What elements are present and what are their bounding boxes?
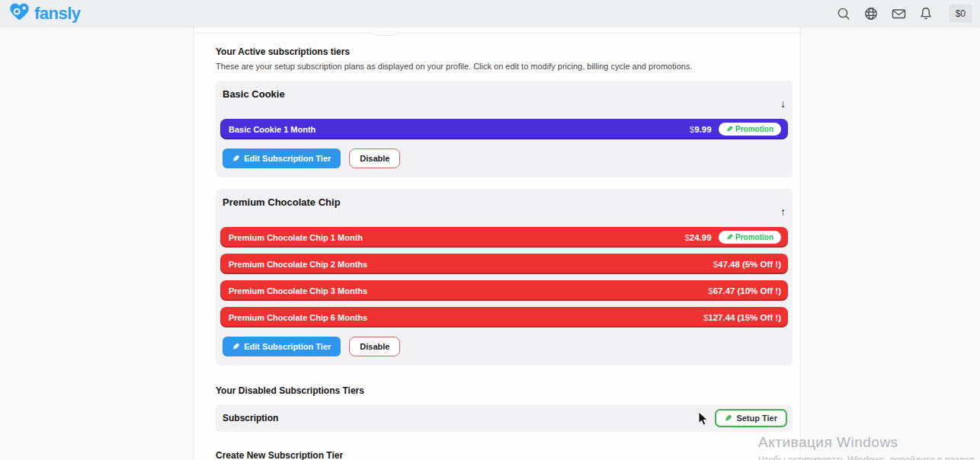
plan-label: Premium Chocolate Chip 3 Months [229,286,367,295]
edit-subscription-tier-button[interactable]: ✎ Edit Subscription Tier [223,149,341,168]
fansly-logo[interactable]: fansly [9,2,81,24]
right-gutter [800,27,980,460]
plan-label: Basic Cookie 1 Month [229,125,315,134]
brand-name: fansly [34,4,81,24]
setup-tier-button[interactable]: ✎ Setup Tier [715,409,787,427]
mail-icon[interactable] [892,6,906,21]
tier-card-basic-cookie: Basic Cookie ↓ Basic Cookie 1 Month $9.9… [216,81,793,177]
plan-bar: Premium Chocolate Chip 1 Month $24.99 ✎ … [220,227,788,248]
plan-bar: Premium Chocolate Chip 6 Months $127.44(… [220,307,788,327]
top-bar: fansly $0 [0,0,980,27]
discount-label: (10% Off !) [738,286,782,295]
disable-tier-button[interactable]: Disable [349,149,400,168]
plan-label: Premium Chocolate Chip 1 Month [229,233,363,242]
wallet-balance[interactable]: $0 [949,5,972,23]
disabled-tier-label: Subscription [223,413,278,423]
globe-icon[interactable] [864,6,879,21]
pencil-icon: ✎ [725,414,732,423]
plan-price: $9.99 [690,125,712,134]
promotion-button[interactable]: ✎ Promotion [719,231,781,244]
discount-label: (15% Off !) [738,313,782,322]
plan-bar: Basic Cookie 1 Month $9.99 ✎ Promotion [220,119,788,139]
pencil-icon: ✎ [232,155,239,163]
plan-label: Premium Chocolate Chip 6 Months [229,313,367,322]
tier-card-premium-chocolate-chip: Premium Chocolate Chip ↑ Premium Chocola… [216,189,793,366]
plan-label: Premium Chocolate Chip 2 Months [229,260,367,269]
pencil-icon: ✎ [726,234,732,241]
page: fansly $0 Your Active subscriptions tier… [0,0,980,460]
create-tier-title: Create New Subscription Tier [216,450,793,460]
plan-bar: Premium Chocolate Chip 2 Months $47.48(5… [220,254,788,274]
active-tiers-subtitle: These are your setup subscription plans … [216,62,793,71]
move-down-icon[interactable]: ↓ [780,98,786,109]
disabled-tier-row: Subscription ✎ Setup Tier [216,404,793,432]
header-actions: $0 [837,5,972,23]
left-gutter [0,27,194,460]
plan-price: $47.48(5% Off !) [713,260,781,269]
promotion-button[interactable]: ✎ Promotion [719,123,781,136]
move-up-icon[interactable]: ↑ [780,206,786,217]
fansly-heart-icon [9,2,30,24]
tier-name: Premium Chocolate Chip [223,196,788,208]
plan-price: $24.99 [684,233,711,242]
tier-name: Basic Cookie [223,88,788,100]
pencil-icon: ✎ [232,343,239,351]
promotion-label: Promotion [735,233,773,241]
edit-subscription-tier-button[interactable]: ✎ Edit Subscription Tier [223,337,341,356]
scroll-notch [371,31,399,36]
active-tiers-title: Your Active subscriptions tiers [216,46,793,57]
plan-price: $127.44(15% Off !) [703,313,781,322]
plan-price: $67.47(10% Off !) [708,286,781,295]
discount-label: (5% Off !) [742,260,781,269]
disable-tier-button[interactable]: Disable [349,337,400,356]
content-divider [195,33,800,34]
promotion-label: Promotion [735,125,773,133]
disabled-tiers-title: Your Disabled Subscriptions Tiers [216,385,793,396]
subscription-settings: Your Active subscriptions tiers These ar… [216,46,793,460]
pencil-icon: ✎ [726,126,732,133]
plan-bar: Premium Chocolate Chip 3 Months $67.47(1… [220,280,788,301]
search-icon[interactable] [837,6,851,21]
bell-icon[interactable] [919,6,934,21]
